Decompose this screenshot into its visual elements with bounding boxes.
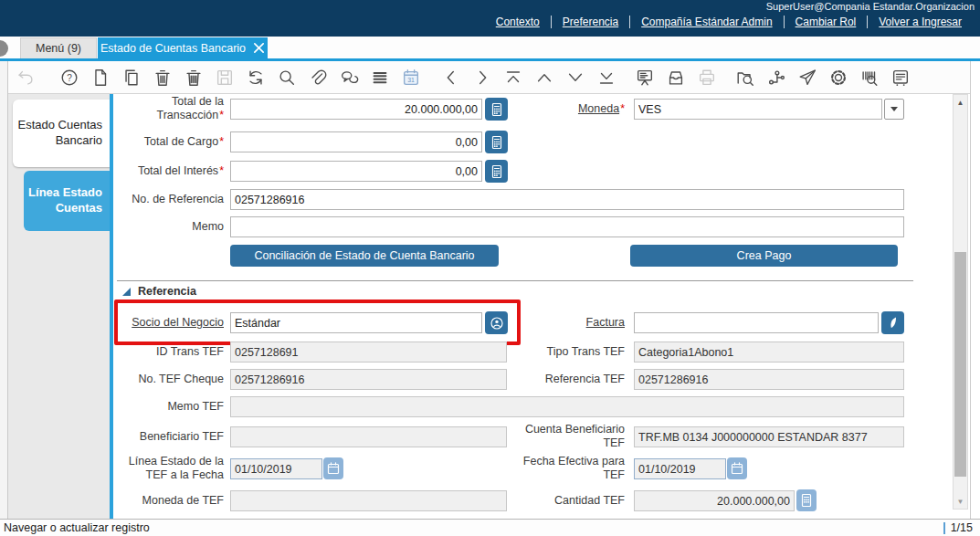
record-indicator: 1/15 bbox=[943, 521, 980, 534]
window-tab-strip: Menú (9) Estado de Cuentas Bancario bbox=[0, 37, 980, 58]
toolbar: ?31 bbox=[0, 61, 980, 94]
record-count: 1/15 bbox=[951, 521, 973, 534]
sidebar-tab2-label: Línea Estado Cuentas bbox=[24, 185, 102, 215]
id-trans-tef-input bbox=[230, 342, 507, 363]
workflow-icon[interactable] bbox=[765, 67, 787, 89]
close-tab-icon[interactable] bbox=[253, 42, 265, 54]
topbar-link-volver-a-ingresar[interactable]: Volver a Ingresar bbox=[867, 16, 973, 28]
archive-icon[interactable] bbox=[665, 67, 687, 89]
help-icon[interactable]: ? bbox=[58, 67, 80, 89]
next-record-icon[interactable] bbox=[471, 67, 493, 89]
label-total-transaccion: Total de la Transacción* bbox=[113, 95, 224, 123]
chevron-down-icon bbox=[890, 107, 898, 111]
referencia-section-header[interactable]: Referencia bbox=[122, 285, 196, 298]
label-referencia-tef: Referencia TEF bbox=[505, 373, 625, 386]
calculator-button-total-interes[interactable] bbox=[485, 160, 508, 183]
label-memo-tef: Memo TEF bbox=[113, 400, 224, 414]
left-rail bbox=[0, 61, 8, 519]
parent-record-icon[interactable] bbox=[533, 67, 555, 89]
scroll-up-icon[interactable]: ▲ bbox=[954, 95, 967, 110]
report-find-icon[interactable] bbox=[734, 67, 756, 89]
calculator-button-total-cargo[interactable] bbox=[485, 131, 508, 153]
calendar-icon bbox=[730, 461, 744, 476]
print-icon bbox=[696, 67, 718, 89]
tipo-trans-tef-input bbox=[634, 342, 904, 363]
record-indicator-bar bbox=[943, 522, 945, 534]
chat-icon[interactable] bbox=[338, 67, 360, 89]
topbar-link-preferencia[interactable]: Preferencia bbox=[551, 16, 629, 28]
delete-selection-icon[interactable] bbox=[183, 67, 205, 89]
attachment-icon[interactable] bbox=[307, 67, 329, 89]
total-interes-input[interactable] bbox=[230, 161, 482, 182]
help-window-icon[interactable] bbox=[890, 67, 912, 89]
refresh-icon[interactable] bbox=[245, 67, 267, 89]
label-socio-negocio: Socio del Negocio bbox=[113, 316, 224, 330]
label-moneda-tef: Moneda de TEF bbox=[113, 494, 224, 508]
topbar-link-contexto[interactable]: Contexto bbox=[485, 16, 551, 28]
sidebar-tab-estado-cuentas-bancario[interactable]: Estado Cuentas Bancario bbox=[13, 100, 111, 167]
tab-menu[interactable]: Menú (9) bbox=[20, 37, 97, 58]
find-icon[interactable] bbox=[276, 67, 298, 89]
collapsed-east-panel bbox=[970, 61, 980, 519]
memo-tef-input bbox=[230, 396, 904, 417]
total-transaccion-input[interactable] bbox=[230, 99, 482, 120]
topbar-links: ContextoPreferenciaCompañía Estándar Adm… bbox=[485, 16, 973, 28]
socio-negocio-input[interactable] bbox=[230, 312, 482, 333]
calendar-icon[interactable]: 31 bbox=[400, 67, 422, 89]
label-cuenta-beneficiario-tef: Cuenta Beneficiario TEF bbox=[505, 423, 625, 451]
label-total-cargo: Total de Cargo* bbox=[113, 135, 224, 149]
logged-in-user: SuperUser@Compania Estandar.Organizacion bbox=[766, 1, 975, 12]
report-icon[interactable] bbox=[634, 67, 656, 89]
label-memo: Memo bbox=[113, 220, 224, 234]
scrollbar-thumb[interactable] bbox=[954, 252, 966, 477]
topbar-link-cambiar-rol[interactable]: Cambiar Rol bbox=[784, 16, 868, 28]
copy-record-icon[interactable] bbox=[121, 67, 142, 89]
linea-estado-fecha-input bbox=[230, 458, 322, 479]
top-navigation-bar: SuperUser@Compania Estandar.Organizacion… bbox=[0, 0, 980, 37]
fecha-efectiva-tef-input bbox=[634, 458, 726, 479]
conciliacion-button[interactable]: Conciliación de Estado de Cuenta Bancari… bbox=[230, 245, 499, 267]
label-cantidad-tef: Cantidad TEF bbox=[505, 494, 625, 508]
last-record-icon[interactable] bbox=[595, 67, 617, 89]
calculator-button-cantidad-tef bbox=[796, 489, 817, 511]
svg-text:31: 31 bbox=[407, 76, 415, 82]
save-icon bbox=[214, 67, 236, 89]
vertical-scrollbar[interactable]: ▲ ▼ bbox=[953, 94, 968, 510]
calculator-icon bbox=[799, 493, 814, 508]
referencia-tef-input bbox=[634, 369, 904, 390]
delete-record-icon[interactable] bbox=[152, 67, 174, 89]
label-no-referencia: No. de Referencia bbox=[113, 193, 224, 206]
calendar-button-fecha-efectiva bbox=[727, 457, 747, 479]
send-request-icon[interactable] bbox=[796, 67, 818, 89]
grid-toggle-icon[interactable] bbox=[369, 67, 391, 89]
svg-text:?: ? bbox=[67, 72, 72, 82]
tab-active-label: Estado de Cuentas Bancario bbox=[100, 42, 246, 55]
crea-pago-button[interactable]: Crea Pago bbox=[630, 245, 898, 267]
moneda-dropdown-button[interactable] bbox=[884, 99, 904, 120]
tab-estado-de-cuentas-bancario[interactable]: Estado de Cuentas Bancario bbox=[98, 37, 268, 58]
product-info-icon[interactable] bbox=[859, 67, 880, 89]
total-cargo-input[interactable] bbox=[230, 131, 482, 152]
memo-input[interactable] bbox=[230, 216, 904, 237]
no-referencia-input[interactable] bbox=[230, 189, 904, 210]
first-record-icon[interactable] bbox=[502, 67, 524, 89]
label-factura: Factura bbox=[505, 316, 625, 330]
sidebar-tab1-label: Estado Cuentas Bancario bbox=[13, 118, 102, 148]
status-message: Navegar o actualizar registro bbox=[0, 521, 150, 534]
moneda-combobox[interactable] bbox=[634, 99, 882, 120]
preferences-icon[interactable] bbox=[827, 67, 849, 89]
factura-input[interactable] bbox=[634, 312, 879, 333]
beneficiario-tef-input bbox=[230, 426, 507, 447]
previous-record-icon[interactable] bbox=[440, 67, 462, 89]
topbar-link-compa-a-est-ndar-admin[interactable]: Compañía Estándar Admin bbox=[629, 16, 783, 28]
label-no-tef-cheque: No. TEF Cheque bbox=[113, 373, 224, 386]
calendar-button-linea-estado bbox=[323, 457, 343, 479]
factura-search-button[interactable] bbox=[881, 311, 904, 334]
detail-record-icon[interactable] bbox=[564, 67, 586, 89]
application-window: SuperUser@Compania Estandar.Organizacion… bbox=[0, 0, 980, 536]
scroll-down-icon[interactable]: ▼ bbox=[954, 494, 967, 509]
new-record-icon[interactable] bbox=[90, 67, 111, 89]
sidebar-tab-linea-estado-cuentas[interactable]: Línea Estado Cuentas bbox=[24, 171, 111, 231]
cuenta-beneficiario-tef-input bbox=[634, 426, 904, 447]
section-title: Referencia bbox=[138, 285, 196, 298]
